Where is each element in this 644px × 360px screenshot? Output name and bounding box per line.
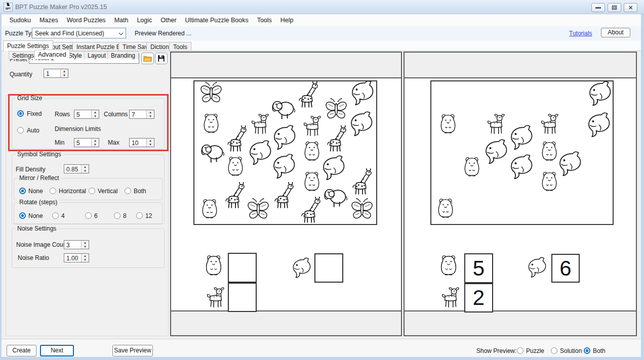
save-preview-button[interactable]: Save Preview — [112, 345, 153, 356]
symbol-dolphin — [348, 79, 376, 107]
symbol-dolphin — [347, 110, 375, 138]
quantity-label: Quantity — [10, 71, 32, 78]
menu-mazes[interactable]: Mazes — [35, 17, 62, 24]
spin-down-icon[interactable]: ▼ — [92, 114, 99, 118]
quantity-spinner[interactable]: 1 ▲▼ — [44, 69, 68, 78]
max-label: Max — [108, 139, 119, 146]
radio-mirror-vertical[interactable] — [89, 188, 95, 194]
minimize-button[interactable] — [591, 3, 605, 12]
rotate-6-label: 6 — [94, 212, 98, 219]
spin-up-icon[interactable]: ▲ — [147, 139, 154, 143]
min-value: 5 — [74, 139, 91, 147]
radio-rotate-6[interactable] — [85, 212, 92, 219]
solution-preview-footer — [405, 310, 636, 335]
menu-math[interactable]: Math — [110, 17, 133, 24]
app-logo-icon: ♞ — [4, 3, 12, 7]
tutorials-link[interactable]: Tutorials — [569, 30, 592, 37]
close-button[interactable]: ✕ — [624, 3, 637, 12]
min-spinner[interactable]: 5 ▲▼ — [74, 138, 99, 147]
spin-down-icon[interactable]: ▼ — [61, 73, 68, 77]
menu-bar: Sudoku Mazes Word Puzzles Math Logic Oth… — [2, 14, 641, 26]
radio-grid-fixed[interactable] — [17, 110, 24, 117]
maximize-icon — [612, 5, 617, 10]
menu-tools[interactable]: Tools — [253, 17, 276, 24]
app-icon: ♞ BPT — [4, 3, 13, 12]
puzzle-type-combobox[interactable]: Seek and Find (Licensed) — [32, 28, 126, 38]
open-preset-button[interactable] — [141, 53, 154, 64]
subtab-branding[interactable]: Branding — [107, 51, 139, 59]
menu-ultimate-puzzle-books[interactable]: Ultimate Puzzle Books — [181, 17, 253, 24]
status-text: Preview Rendered ... — [135, 30, 191, 37]
symbol-dolphin — [584, 111, 613, 139]
noise-count-spinner[interactable]: 3 ▲▼ — [64, 240, 89, 249]
menu-help[interactable]: Help — [276, 17, 298, 24]
menu-sudoku[interactable]: Sudoku — [5, 17, 35, 24]
radio-mirror-horizontal[interactable] — [50, 188, 56, 194]
spin-up-icon[interactable]: ▲ — [61, 69, 68, 73]
spinner-buttons[interactable]: ▲▼ — [146, 110, 154, 118]
spin-up-icon[interactable]: ▲ — [92, 139, 99, 143]
save-preset-button[interactable] — [155, 53, 168, 64]
spin-down-icon[interactable]: ▼ — [147, 114, 154, 118]
subtab-advanced[interactable]: Advanced — [34, 50, 70, 59]
rotate-title: Rotate (steps) — [17, 199, 59, 206]
radio-grid-auto[interactable] — [17, 127, 24, 133]
dimension-limits-label: Dimension Limits — [55, 125, 101, 132]
subtab-settings[interactable]: Settings — [9, 51, 37, 59]
columns-spinner[interactable]: 7 ▲▼ — [129, 110, 154, 119]
spinner-buttons[interactable]: ▲▼ — [60, 69, 68, 77]
noise-ratio-label: Noise Ratio — [18, 254, 49, 261]
menu-logic[interactable]: Logic — [133, 17, 156, 24]
noise-count-value: 3 — [64, 241, 81, 249]
radio-rotate-12[interactable] — [136, 212, 143, 219]
next-preview-button[interactable]: Next Preview — [40, 345, 74, 356]
subtab-layout[interactable]: Layout — [84, 51, 109, 59]
spinner-buttons[interactable]: ▲▼ — [91, 110, 99, 118]
rotate-none-label: None — [28, 212, 43, 219]
spinner-buttons[interactable]: ▲▼ — [91, 139, 99, 147]
spinner-buttons[interactable]: ▲▼ — [81, 254, 89, 262]
spin-down-icon[interactable]: ▼ — [82, 169, 89, 173]
max-spinner[interactable]: 10 ▲▼ — [129, 138, 154, 147]
menu-other[interactable]: Other — [156, 17, 181, 24]
solution-preview-panel: 526 — [404, 52, 637, 336]
spin-down-icon[interactable]: ▼ — [82, 258, 89, 262]
tab-tools[interactable]: Tools — [169, 42, 191, 51]
spin-up-icon[interactable]: ▲ — [82, 254, 89, 258]
symbol-butterfly — [198, 81, 224, 106]
spin-up-icon[interactable]: ▲ — [82, 241, 89, 245]
spinner-buttons[interactable]: ▲▼ — [146, 139, 154, 147]
spin-up-icon[interactable]: ▲ — [92, 110, 99, 114]
maximize-button[interactable] — [608, 3, 621, 12]
spinner-buttons[interactable]: ▲▼ — [81, 165, 89, 173]
spin-down-icon[interactable]: ▼ — [82, 245, 89, 249]
symbol-butterfly — [349, 197, 375, 222]
noise-ratio-value: 1.00 — [64, 254, 81, 262]
spin-up-icon[interactable]: ▲ — [147, 110, 154, 114]
spinner-buttons[interactable]: ▲▼ — [81, 241, 89, 249]
show-preview-label: Show Preview: — [476, 347, 516, 354]
noise-ratio-spinner[interactable]: 1.00 ▲▼ — [64, 253, 89, 262]
menu-word-puzzles[interactable]: Word Puzzles — [62, 17, 110, 24]
symbol-hamster — [198, 198, 221, 220]
about-button[interactable]: About — [601, 28, 630, 37]
radio-rotate-none[interactable] — [19, 212, 26, 219]
radio-mirror-none[interactable] — [19, 188, 26, 194]
radio-show-both[interactable] — [584, 347, 590, 354]
combo-chevron-icon — [116, 30, 126, 37]
puzzle-type-value: Seek and Find (Licensed) — [32, 30, 116, 37]
radio-mirror-both[interactable] — [125, 188, 131, 194]
show-puzzle-label: Puzzle — [526, 347, 544, 354]
close-icon: ✕ — [628, 5, 633, 11]
spin-down-icon[interactable]: ▼ — [92, 143, 99, 147]
columns-value: 7 — [130, 110, 146, 118]
spin-up-icon[interactable]: ▲ — [82, 165, 89, 169]
spin-down-icon[interactable]: ▼ — [147, 143, 154, 147]
radio-rotate-8[interactable] — [114, 212, 120, 219]
create-button[interactable]: Create — [7, 345, 36, 356]
fill-density-spinner[interactable]: 0.85 ▲▼ — [64, 164, 89, 173]
radio-rotate-4[interactable] — [52, 212, 59, 219]
radio-show-solution[interactable] — [551, 347, 557, 354]
rows-spinner[interactable]: 5 ▲▼ — [74, 110, 99, 119]
radio-show-puzzle[interactable] — [517, 347, 524, 354]
